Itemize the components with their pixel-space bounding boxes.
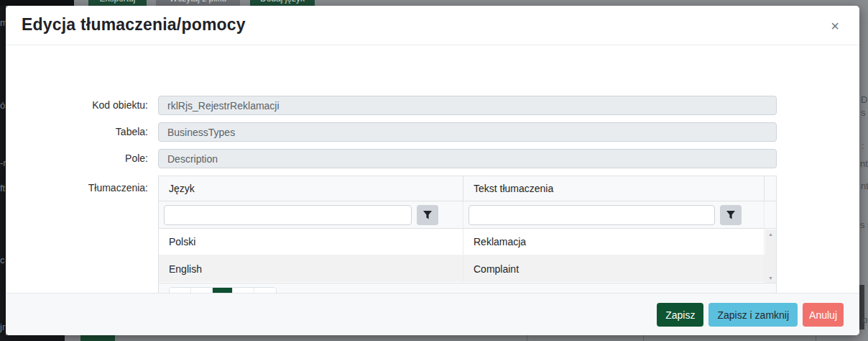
background-text-fragment: s ł [861,108,868,118]
dialog-header: Edycja tłumaczenia/pomocy × [6,6,859,45]
object-code-field[interactable] [158,96,777,115]
background-text-fragment: c [0,255,5,265]
footer-buttons: Zapisz Zapisz i zamknij Anuluj [657,303,844,327]
dialog-body: Kod obiektu: Tabela: Pole: Tłumaczenia: … [6,45,859,293]
grid-filter-spacer [765,201,776,228]
background-divider [816,335,816,341]
dialog-title: Edycja tłumaczenia/pomocy [22,15,246,35]
background-text-fragment: on [862,315,868,325]
background-text-fragment: jr [0,322,5,332]
translation-text-cell: Complaint [463,255,765,282]
language-filter-button[interactable] [417,205,438,225]
language-cell: English [159,255,463,282]
column-header-language[interactable]: Język [159,176,463,201]
background-add-language-button: Dodaj język [250,0,315,6]
background-sidebar-strip [0,6,6,341]
text-filter-input[interactable] [468,205,715,225]
close-icon[interactable]: × [826,17,844,35]
cancel-button[interactable]: Anuluj [803,303,844,327]
translations-label: Tłumaczenia: [6,176,148,201]
background-button-fragment [80,335,115,341]
field-row-field: Pole: [6,149,859,168]
background-export-button: Eksportuj [88,0,147,6]
background-load-from-file-button: Wczytaj z pliku [156,0,240,6]
edit-translation-dialog: Edycja tłumaczenia/pomocy × Kod obiektu:… [6,6,859,335]
background-divider [527,335,527,341]
background-text-fragment: ft [0,183,5,194]
save-and-close-button[interactable]: Zapisz i zamknij [708,303,798,327]
object-code-row: Kod obiektu: [6,96,859,115]
text-filter-cell [463,201,765,228]
table-row-field: Tabela: [6,122,859,142]
column-header-text[interactable]: Tekst tłumaczenia [463,176,765,201]
table-row[interactable]: English Complaint [159,255,776,282]
filter-icon [726,210,736,220]
text-filter-button[interactable] [720,205,742,225]
background-text-fragment: Do [861,95,868,105]
translations-grid: Język Tekst tłumaczenia [158,176,777,311]
field-field[interactable] [158,149,777,168]
background-text-fragment: s s [860,220,868,230]
scroll-up-icon[interactable]: ▲ [768,232,773,237]
object-code-label: Kod obiektu: [6,96,148,115]
language-filter-input[interactable] [164,205,412,225]
background-divider [643,335,644,341]
scroll-down-icon[interactable]: ▼ [768,276,773,281]
background-text-fragment: nt [861,181,868,191]
background-sidebar-bottom [0,335,65,341]
language-cell: Polski [159,229,463,255]
grid-scrollbar[interactable]: ▲ ▼ [765,229,776,283]
background-sidebar [0,0,74,6]
grid-header-row: Język Tekst tłumaczenia [159,176,776,201]
background-text-fragment: : [862,141,864,151]
save-button[interactable]: Zapisz [657,303,703,327]
translation-text-cell: Reklamacja [463,229,765,255]
background-text-fragment: nts [860,159,868,169]
table-row[interactable]: Polski Reklamacja [159,229,776,255]
field-label: Pole: [6,149,148,168]
dialog-footer: Zapisz Zapisz i zamknij Anuluj [6,293,859,335]
table-label: Tabela: [6,122,148,142]
filter-icon [423,210,433,220]
background-text-fragment: ó [0,101,5,111]
table-field[interactable] [158,122,777,142]
grid-header-spacer [765,176,776,201]
language-filter-cell [159,201,463,228]
grid-filter-row [159,201,776,229]
